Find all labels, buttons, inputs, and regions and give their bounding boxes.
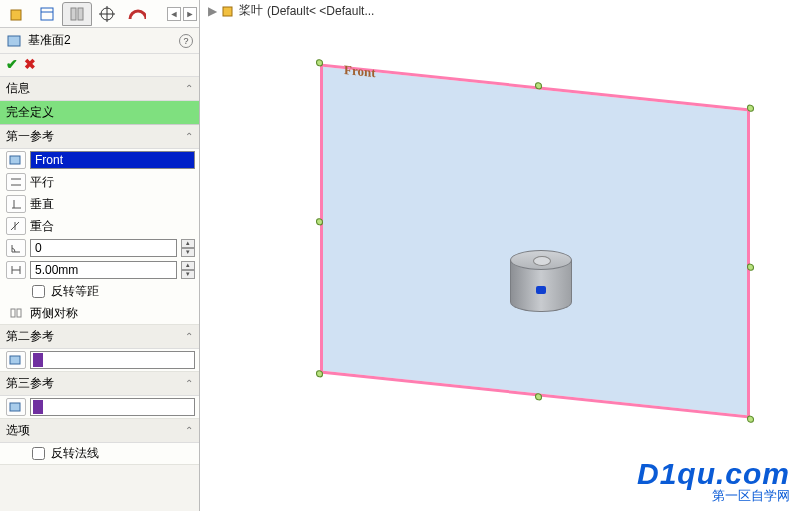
window-icon (38, 5, 56, 23)
svg-rect-3 (71, 8, 76, 20)
cancel-button[interactable]: ✖ (24, 56, 36, 72)
breadcrumb[interactable]: ▶ 桨叶 (Default< <Default... (208, 2, 374, 19)
tab-config[interactable] (62, 2, 92, 26)
svg-rect-0 (11, 10, 21, 20)
section-info[interactable]: 信息 ⌃ (0, 77, 199, 101)
chevron-up-icon: ⌃ (185, 131, 193, 142)
target-icon (98, 5, 116, 23)
plane-handle[interactable] (316, 218, 323, 226)
plane-handle[interactable] (747, 263, 754, 271)
chevron-up-icon: ⌃ (185, 378, 193, 389)
section-options-label: 选项 (6, 422, 30, 439)
feature-name: 基准面2 (28, 32, 71, 49)
svg-rect-22 (10, 403, 20, 411)
graphics-viewport[interactable]: ▶ 桨叶 (Default< <Default... Front D1qu.co… (200, 0, 800, 511)
section-ref1[interactable]: 第一参考 ⌃ (0, 125, 199, 149)
parallel-icon[interactable] (6, 173, 26, 191)
tab-property[interactable] (32, 2, 62, 26)
section-ref3[interactable]: 第三参考 ⌃ (0, 372, 199, 396)
svg-rect-20 (17, 309, 21, 317)
section-ref2-label: 第二参考 (6, 328, 54, 345)
mirror-icon (6, 304, 26, 322)
svg-rect-9 (10, 156, 20, 164)
gauge-icon (128, 7, 146, 21)
coincident-icon[interactable] (6, 217, 26, 235)
datum-plane[interactable]: Front (320, 63, 750, 418)
svg-rect-21 (10, 356, 20, 364)
distance-field[interactable]: 5.00mm (30, 261, 177, 279)
tab-features[interactable] (2, 2, 32, 26)
status-text: 完全定义 (6, 105, 54, 119)
feature-header: 基准面2 ? (0, 28, 199, 54)
ref1-coinc-label: 重合 (30, 218, 54, 235)
status-fully-defined: 完全定义 (0, 101, 199, 125)
face-select-icon[interactable] (6, 398, 26, 416)
svg-rect-4 (78, 8, 83, 20)
tab-target[interactable] (92, 2, 122, 26)
chevron-up-icon: ⌃ (185, 331, 193, 342)
ok-button[interactable]: ✔ (6, 56, 18, 72)
tab-appearance[interactable] (122, 2, 152, 26)
perpendicular-icon[interactable] (6, 195, 26, 213)
chevron-up-icon: ⌃ (185, 83, 193, 94)
ref2-face-field[interactable] (30, 351, 195, 369)
panel-next-button[interactable]: ► (183, 7, 197, 21)
section-info-label: 信息 (6, 80, 30, 97)
flip-offset-checkbox[interactable] (32, 285, 45, 298)
face-select-icon[interactable] (6, 151, 26, 169)
plane-handle[interactable] (535, 393, 542, 401)
breadcrumb-arrow-icon: ▶ (208, 4, 217, 18)
ref1-face-field[interactable]: Front (30, 151, 195, 169)
section-options[interactable]: 选项 ⌃ (0, 419, 199, 443)
ref1-perp-label: 垂直 (30, 196, 54, 213)
distance-spinner[interactable]: ▴▾ (181, 261, 195, 279)
angle-field[interactable]: 0 (30, 239, 177, 257)
section-ref1-label: 第一参考 (6, 128, 54, 145)
plane-handle[interactable] (316, 59, 323, 67)
distance-icon[interactable] (6, 261, 26, 279)
confirm-bar: ✔ ✖ (0, 54, 199, 77)
plane-icon (6, 33, 22, 49)
flip-normal-label: 反转法线 (51, 445, 99, 462)
svg-rect-8 (8, 36, 20, 46)
svg-rect-1 (41, 8, 53, 20)
ref3-face-field[interactable] (30, 398, 195, 416)
panel-tabstrip: ◄ ► (0, 0, 199, 28)
help-button[interactable]: ? (179, 34, 193, 48)
angle-spinner[interactable]: ▴▾ (181, 239, 195, 257)
svg-rect-19 (11, 309, 15, 317)
mirror-label: 两侧对称 (30, 305, 78, 322)
face-select-icon[interactable] (6, 351, 26, 369)
split-icon (68, 5, 86, 23)
breadcrumb-part: 桨叶 (239, 2, 263, 19)
plane-handle[interactable] (535, 82, 542, 90)
plane-handle[interactable] (747, 104, 754, 112)
property-panel: ◄ ► 基准面2 ? ✔ ✖ 信息 ⌃ 完全定义 第一参考 ⌃ Front (0, 0, 200, 511)
svg-rect-23 (223, 7, 232, 16)
part-icon (221, 4, 235, 18)
flip-normal-checkbox[interactable] (32, 447, 45, 460)
section-ref2[interactable]: 第二参考 ⌃ (0, 325, 199, 349)
flip-offset-label: 反转等距 (51, 283, 99, 300)
watermark: D1qu.com 第一区自学网 (637, 457, 790, 505)
breadcrumb-config: (Default< <Default... (267, 4, 374, 18)
ref1-face-value: Front (35, 153, 63, 167)
ref1-group: Front 平行 垂直 重合 0 ▴▾ 5.00mm ▴▾ (0, 149, 199, 325)
cylinder-part[interactable] (510, 250, 572, 312)
section-ref3-label: 第三参考 (6, 375, 54, 392)
distance-value: 5.00mm (35, 263, 78, 277)
cylinder-top-face (510, 250, 572, 270)
plane-border (320, 63, 750, 418)
chevron-up-icon: ⌃ (185, 425, 193, 436)
cube-icon (8, 5, 26, 23)
plane-handle[interactable] (316, 370, 323, 378)
watermark-domain: D1qu.com (637, 457, 790, 491)
origin-marker (536, 286, 546, 294)
angle-value: 0 (35, 241, 42, 255)
panel-prev-button[interactable]: ◄ (167, 7, 181, 21)
angle-icon[interactable] (6, 239, 26, 257)
plane-handle[interactable] (747, 415, 754, 423)
plane-label: Front (344, 62, 376, 81)
ref1-parallel-label: 平行 (30, 174, 54, 191)
